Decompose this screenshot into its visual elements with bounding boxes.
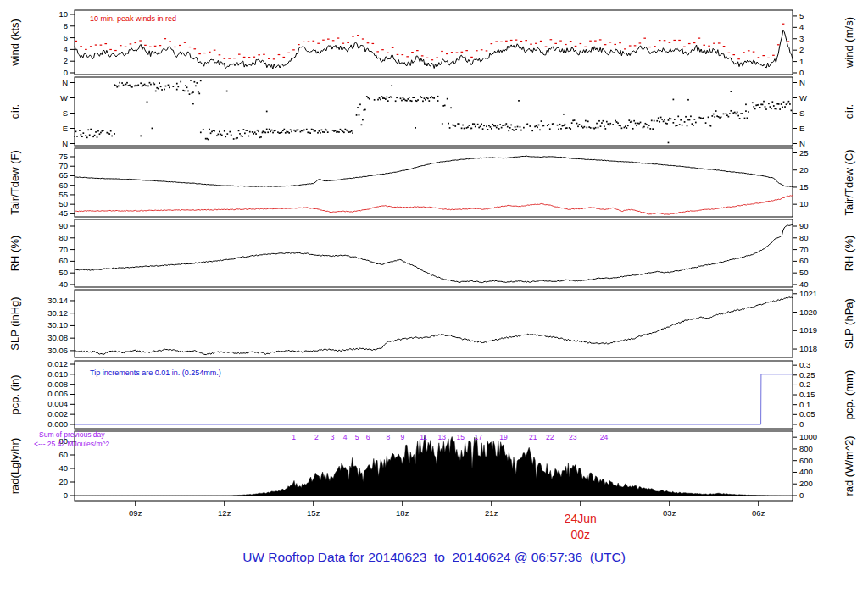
dir-point — [666, 123, 668, 125]
y-tick-label-right: 10 — [799, 199, 809, 208]
dir-point — [682, 125, 683, 126]
dir-point — [786, 103, 787, 105]
dir-point — [778, 103, 780, 105]
y-tick-label-left: 60 — [58, 256, 68, 265]
dir-point — [504, 125, 506, 126]
dir-point — [118, 86, 120, 87]
dir-point — [685, 116, 687, 118]
x-tick-label: 15z — [307, 508, 320, 518]
dir-point — [247, 130, 248, 131]
dir-point — [380, 99, 381, 101]
dir-point — [467, 126, 469, 128]
dir-point — [719, 117, 721, 119]
dir-point — [752, 102, 754, 103]
dir-point — [654, 120, 655, 122]
dir-point — [314, 130, 316, 132]
panel-rad: 02040608002004006008001000rad(Lgly/hr)ra… — [8, 430, 855, 501]
dir-point — [646, 124, 648, 125]
y-tick-label-right: 5 — [799, 11, 804, 20]
dir-point — [515, 129, 517, 130]
dir-point — [548, 124, 549, 125]
dir-point — [709, 125, 710, 126]
y-tick-label-left: 8 — [64, 21, 68, 30]
dir-point — [649, 128, 651, 130]
dir-point — [403, 97, 404, 99]
dir-point — [499, 124, 501, 125]
dir-point — [158, 88, 159, 90]
dir-point — [715, 110, 717, 112]
dir-point — [490, 126, 492, 128]
dir-point — [673, 122, 675, 124]
dir-point — [496, 127, 498, 129]
dir-point — [507, 126, 509, 128]
y-tick-label-left: 0 — [64, 68, 68, 77]
dir-point — [630, 121, 632, 123]
y-axis-title-right: SLP (hPa) — [843, 298, 855, 349]
dir-point — [585, 120, 587, 122]
dir-point — [81, 136, 83, 137]
dir-point — [229, 131, 231, 133]
dir-point — [269, 129, 270, 130]
x-tick-label: 09z — [129, 508, 142, 518]
dir-point — [195, 85, 197, 86]
dir-point — [711, 115, 713, 117]
dir-point — [760, 107, 761, 108]
dir-point — [155, 91, 157, 92]
dir-point — [403, 98, 405, 100]
y-axis-title-left: SLP (inHg) — [8, 296, 21, 350]
rad-hour-sum-label: 2 — [314, 433, 319, 441]
dir-point — [291, 131, 292, 133]
dir-point — [180, 81, 181, 83]
dir-point — [177, 86, 179, 88]
dir-point — [407, 98, 409, 100]
y-tick-label-left: 2 — [64, 56, 68, 65]
dir-point — [97, 136, 98, 138]
y-tick-label-right: 800 — [799, 444, 813, 453]
dir-point — [337, 131, 339, 133]
dir-point — [626, 127, 627, 129]
dir-point — [306, 129, 308, 130]
dir-point — [480, 125, 481, 127]
dir-point — [539, 129, 541, 130]
dir-point — [348, 131, 350, 133]
dir-point — [708, 116, 709, 118]
dir-point — [632, 128, 634, 130]
rad-hour-sum-label: 17 — [475, 433, 483, 441]
dir-point — [547, 125, 548, 126]
dir-point — [576, 123, 578, 125]
dir-point — [677, 116, 679, 118]
dir-point — [196, 82, 198, 84]
dir-point — [280, 132, 281, 134]
y-tick-label-right: 200 — [799, 479, 813, 488]
y-tick-label-left: 70 — [58, 161, 68, 170]
rad-hour-sum-label: 11 — [420, 433, 427, 441]
dir-point — [577, 125, 579, 127]
dir-point — [598, 120, 600, 122]
dir-point — [86, 136, 88, 138]
series-tdew_f — [75, 196, 793, 215]
y-axis-title-right: Tair/Tdew (C) — [843, 149, 855, 215]
dir-point — [341, 130, 342, 131]
dir-point — [549, 128, 551, 130]
dir-point — [730, 91, 732, 92]
x-tick-label: 18z — [396, 508, 409, 518]
dir-point — [768, 103, 770, 104]
dir-point — [730, 110, 732, 112]
dir-point — [543, 125, 545, 127]
dir-point — [782, 107, 783, 108]
dir-point — [773, 105, 775, 107]
y-axis-title-right: wind (m/s) — [843, 17, 855, 69]
dir-point — [79, 130, 81, 131]
dir-point — [295, 130, 297, 132]
dir-point — [587, 121, 589, 123]
dir-point — [619, 125, 620, 126]
dir-point — [765, 108, 767, 110]
dir-point — [142, 85, 144, 86]
dir-point — [119, 82, 120, 84]
dir-point — [267, 131, 269, 133]
dir-point — [723, 114, 725, 115]
dir-point — [274, 130, 275, 132]
dir-point — [140, 136, 142, 137]
y-tick-label-right: 4 — [799, 22, 804, 31]
rad-hour-sum-label: 21 — [529, 433, 537, 441]
